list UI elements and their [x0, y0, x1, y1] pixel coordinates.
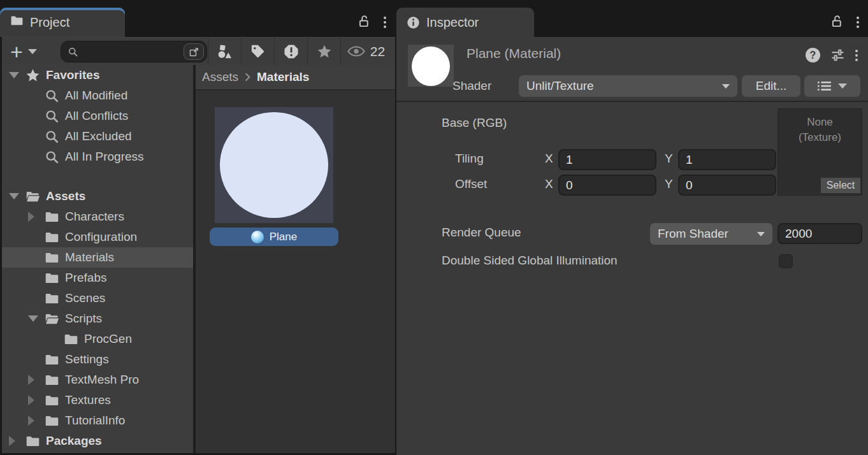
presets-icon[interactable]	[830, 48, 845, 62]
tiling-x-label: X	[545, 152, 553, 166]
chevron-right-icon	[245, 73, 250, 82]
material-title: Plane (Material)	[467, 46, 561, 61]
base-rgb-label: Base (RGB)	[442, 116, 507, 130]
hidden-count-toggle[interactable]: 22	[340, 38, 391, 65]
chevron-down-icon	[28, 49, 37, 54]
expander-open-icon[interactable]	[28, 315, 45, 322]
create-asset-button[interactable]: +	[6, 38, 41, 65]
double-sided-gi-label: Double Sided Global Illumination	[442, 254, 618, 268]
panel-menu-icon[interactable]	[857, 17, 859, 28]
edit-shader-button[interactable]: Edit...	[742, 75, 800, 97]
expander-closed-icon[interactable]	[9, 436, 25, 446]
asset-grid: Plane	[196, 90, 395, 454]
tree-item-scripts[interactable]: Scripts	[0, 308, 193, 329]
filter-by-type-button[interactable]	[208, 38, 241, 65]
shader-value: Unlit/Texture	[526, 79, 594, 93]
tree-spacer	[0, 167, 193, 186]
tiling-x-field[interactable]: 1	[558, 149, 656, 170]
chevron-down-icon	[722, 84, 730, 89]
tree-item-settings[interactable]: Settings	[0, 349, 193, 370]
open-search-window-icon[interactable]	[184, 43, 204, 60]
section-divider	[396, 101, 868, 102]
search-icon	[45, 89, 60, 103]
tree-item-all-excluded[interactable]: All Excluded	[0, 126, 193, 147]
breadcrumb-current[interactable]: Materials	[257, 70, 309, 84]
tree-item-textmesh-pro[interactable]: TextMesh Pro	[0, 370, 193, 390]
render-queue-label: Render Queue	[442, 226, 521, 240]
plus-icon: +	[10, 41, 23, 62]
tree-item-favorites[interactable]: Favorites	[0, 65, 193, 85]
tree-item-assets[interactable]: Assets	[0, 186, 193, 206]
tree-item-label: TutorialInfo	[65, 414, 125, 428]
tree-item-label: Textures	[65, 393, 111, 407]
inspector-body: Plane (Material) ? Shader Unlit/Texture …	[396, 37, 868, 455]
render-queue-dropdown[interactable]: From Shader	[650, 223, 772, 245]
tree-item-scenes[interactable]: Scenes	[0, 288, 193, 308]
select-texture-button[interactable]: Select	[821, 178, 860, 193]
breadcrumb-root[interactable]: Assets	[202, 70, 238, 84]
tree-item-procgen[interactable]: ProcGen	[0, 329, 193, 349]
texture-slot[interactable]: None (Texture) Select	[778, 108, 862, 196]
tree-item-label: Materials	[65, 250, 114, 264]
tree-item-prefabs[interactable]: Prefabs	[0, 268, 193, 288]
save-search-button[interactable]	[307, 38, 340, 65]
unity-editor-window: Project +	[0, 0, 868, 455]
tree-item-materials[interactable]: Materials	[0, 247, 193, 268]
tree-item-packages[interactable]: Packages	[0, 431, 193, 451]
offset-label: Offset	[455, 177, 487, 191]
expander-closed-icon[interactable]	[28, 415, 45, 426]
material-header-preview[interactable]	[408, 45, 454, 87]
offset-y-field[interactable]: 0	[678, 175, 776, 196]
material-thumbnail[interactable]	[215, 107, 333, 223]
expander-closed-icon[interactable]	[28, 395, 45, 405]
project-content-area: Assets Materials Plane	[196, 65, 395, 455]
search-input[interactable]	[82, 45, 184, 58]
expander-closed-icon[interactable]	[28, 212, 45, 222]
folder-open-icon	[25, 189, 41, 204]
folder-icon	[45, 210, 60, 224]
additional-properties-button[interactable]	[804, 75, 860, 97]
tab-inspector[interactable]: Inspector	[396, 8, 534, 37]
tag-icon	[250, 44, 265, 59]
expander-open-icon[interactable]	[9, 193, 25, 199]
tab-project[interactable]: Project	[0, 8, 125, 37]
unlock-icon[interactable]	[358, 15, 371, 31]
tab-project-label: Project	[30, 15, 69, 30]
filter-importance-button[interactable]	[274, 38, 307, 65]
tree-item-label: Scripts	[65, 312, 102, 326]
search-icon	[68, 47, 78, 57]
tree-item-configuration[interactable]: Configuration	[0, 227, 193, 247]
render-queue-value: 2000	[785, 227, 812, 241]
folder-icon	[45, 271, 60, 285]
tiling-x-value: 1	[566, 153, 573, 167]
material-menu-icon[interactable]	[855, 50, 858, 61]
shader-dropdown[interactable]: Unlit/Texture	[519, 75, 737, 97]
tree-item-tutorialinfo[interactable]: TutorialInfo	[0, 410, 193, 431]
expander-closed-icon[interactable]	[28, 375, 45, 385]
tiling-label: Tiling	[455, 152, 484, 166]
unlock-icon[interactable]	[830, 15, 844, 31]
folder-icon	[45, 250, 60, 265]
tiling-y-field[interactable]: 1	[678, 149, 776, 170]
double-sided-gi-checkbox[interactable]	[779, 254, 793, 268]
render-queue-value-field[interactable]: 2000	[778, 223, 862, 244]
asset-label-selected[interactable]: Plane	[210, 227, 338, 246]
panel-menu-icon[interactable]	[384, 17, 386, 28]
folder-icon	[10, 14, 24, 31]
tree-item-all-in-progress[interactable]: All In Progress	[0, 147, 193, 167]
tree-item-all-modified[interactable]: All Modified	[0, 85, 193, 106]
search-field[interactable]	[61, 41, 207, 62]
filter-by-label-button[interactable]	[241, 38, 274, 65]
tree-item-label: Scenes	[65, 291, 105, 305]
search-icon	[45, 109, 60, 124]
offset-x-field[interactable]: 0	[558, 175, 656, 196]
asset-name: Plane	[270, 231, 297, 243]
shader-label: Shader	[452, 79, 491, 93]
folder-open-icon	[45, 312, 60, 326]
expander-open-icon[interactable]	[9, 72, 25, 78]
tree-item-all-conflicts[interactable]: All Conflicts	[0, 106, 193, 126]
tree-item-textures[interactable]: Textures	[0, 390, 193, 410]
tree-item-label: Assets	[46, 189, 85, 203]
tree-item-characters[interactable]: Characters	[0, 206, 193, 227]
help-icon[interactable]: ?	[806, 48, 820, 62]
